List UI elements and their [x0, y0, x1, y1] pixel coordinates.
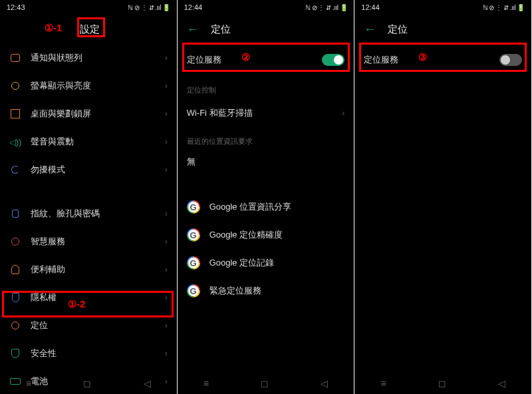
row-wifi-bt-scan[interactable]: Wi-Fi 和藍牙掃描 ›: [178, 99, 354, 127]
row-sound[interactable]: ◁)) 聲音與震動 ›: [0, 128, 177, 156]
row-notifications[interactable]: 通知與狀態列 ›: [0, 44, 177, 72]
back-arrow-icon[interactable]: ←: [187, 23, 199, 37]
status-bar: 12:44 ℕ ⊘ ⋮ ⇵ .ııl 🔋: [354, 0, 531, 15]
row-label: Google 定位記錄: [209, 257, 345, 269]
shield-icon: [9, 292, 21, 303]
google-icon: [187, 200, 200, 214]
page-title: 定位: [211, 23, 231, 36]
chevron-right-icon: ›: [165, 265, 168, 274]
chevron-right-icon: ›: [165, 209, 168, 218]
section-recent-requests: 最近的位置資訊要求: [178, 127, 354, 150]
chevron-right-icon: ›: [165, 349, 168, 358]
status-time: 12:44: [184, 3, 203, 11]
row-label: 隱私權: [31, 292, 156, 303]
back-button[interactable]: ◁: [498, 378, 505, 389]
row-google-history[interactable]: Google 定位記錄: [178, 249, 354, 277]
row-label: 定位服務: [187, 54, 313, 66]
row-label: Google 定位精確度: [209, 229, 345, 241]
row-dnd[interactable]: 勿擾模式 ›: [0, 156, 177, 184]
row-google-location-share[interactable]: Google 位置資訊分享: [178, 193, 354, 221]
android-navbar: ≡ ◻ ◁: [354, 373, 531, 394]
row-google-accuracy[interactable]: Google 定位精確度: [178, 221, 354, 249]
status-time: 12:44: [361, 3, 380, 11]
row-label: 指紋、臉孔與密碼: [31, 208, 156, 220]
row-label: 勿擾模式: [31, 164, 156, 176]
phone-location-on: 12:44 ℕ ⊘ ⋮ ⇵ .ııl 🔋 ← 定位 定位服務 定位控制 Wi-F…: [178, 0, 355, 394]
row-label: Wi-Fi 和藍牙掃描: [187, 107, 333, 119]
home-button[interactable]: ◻: [438, 378, 446, 389]
moon-icon: [9, 164, 21, 176]
back-button[interactable]: ◁: [144, 378, 151, 389]
assist-icon: [9, 264, 21, 276]
location-toggle-off[interactable]: [499, 54, 522, 66]
row-label: 緊急定位服務: [209, 285, 345, 297]
chevron-right-icon: ›: [165, 53, 168, 63]
status-indicators: ℕ ⊘ ⋮ ⇵ .ııl 🔋: [305, 4, 347, 11]
status-time: 12:43: [7, 3, 25, 11]
chevron-right-icon: ›: [165, 165, 168, 174]
status-bar: 12:43 ℕ ⊘ ⋮ ⇵ .ııl 🔋: [0, 0, 177, 15]
location-toggle-on[interactable]: [322, 54, 344, 66]
row-location-service[interactable]: 定位服務: [178, 44, 354, 76]
row-label: 定位服務: [364, 54, 490, 66]
row-location[interactable]: 定位 ›: [0, 311, 177, 339]
chevron-right-icon: ›: [342, 108, 344, 118]
home-icon: [9, 108, 21, 120]
settings-list: 通知與狀態列 › 螢幕顯示與亮度 › 桌面與樂劃鎖屏 › ◁)) 聲音與震動 ›…: [0, 44, 177, 394]
location-pin-icon: [9, 319, 21, 331]
phone-location-off: 12:44 ℕ ⊘ ⋮ ⇵ .ııl 🔋 ← 定位 定位服務 ≡ ◻ ◁ ③: [354, 0, 532, 394]
row-label: 桌面與樂劃鎖屏: [31, 108, 156, 120]
lock-icon: [9, 208, 21, 220]
page-title: 定位: [388, 23, 408, 36]
recents-button[interactable]: ≡: [203, 378, 209, 389]
recents-button[interactable]: ≡: [26, 378, 31, 389]
page-title: 設定: [80, 23, 100, 36]
row-location-service[interactable]: 定位服務: [354, 44, 531, 76]
smart-icon: [9, 236, 21, 248]
row-home-lock[interactable]: 桌面與樂劃鎖屏 ›: [0, 100, 177, 128]
chevron-right-icon: ›: [165, 137, 168, 146]
row-emergency-location[interactable]: 緊急定位服務: [178, 277, 354, 305]
back-button[interactable]: ◁: [321, 378, 328, 389]
sound-icon: ◁)): [9, 136, 21, 148]
row-security[interactable]: 安全性 ›: [0, 339, 177, 367]
recent-requests-value: 無: [178, 150, 354, 177]
chevron-right-icon: ›: [165, 81, 168, 91]
row-label: 通知與狀態列: [31, 52, 156, 64]
status-indicators: ℕ ⊘ ⋮ ⇵ .ııl 🔋: [483, 4, 525, 11]
row-privacy[interactable]: 隱私權 ›: [0, 284, 177, 311]
row-label: 定位: [31, 319, 156, 331]
section-location-control: 定位控制: [178, 76, 354, 99]
phone-settings: 12:43 ℕ ⊘ ⋮ ⇵ .ııl 🔋 設定 通知與狀態列 › 螢幕顯示與亮度…: [0, 0, 178, 394]
home-button[interactable]: ◻: [83, 378, 91, 389]
brightness-icon: [9, 80, 21, 92]
header: ← 定位: [178, 15, 354, 44]
chevron-right-icon: ›: [165, 321, 168, 330]
google-icon: [187, 284, 200, 297]
row-label: 螢幕顯示與亮度: [31, 80, 156, 92]
security-icon: [9, 347, 21, 359]
back-arrow-icon[interactable]: ←: [364, 23, 376, 37]
status-indicators: ℕ ⊘ ⋮ ⇵ .ııl 🔋: [128, 4, 170, 11]
row-label: Google 位置資訊分享: [209, 201, 345, 213]
home-button[interactable]: ◻: [261, 378, 269, 389]
recents-button[interactable]: ≡: [380, 378, 386, 389]
header: ← 定位: [354, 15, 531, 44]
google-icon: [187, 228, 200, 242]
android-navbar: ≡ ◻ ◁: [178, 373, 354, 394]
chevron-right-icon: ›: [165, 293, 168, 302]
row-assist[interactable]: 便利輔助 ›: [0, 256, 177, 284]
chevron-right-icon: ›: [165, 109, 168, 118]
android-navbar: ≡ ◻ ◁: [0, 373, 177, 394]
row-smart[interactable]: 智慧服務 ›: [0, 228, 177, 256]
status-bar: 12:44 ℕ ⊘ ⋮ ⇵ .ııl 🔋: [178, 0, 354, 15]
row-label: 便利輔助: [31, 264, 156, 276]
row-biometrics[interactable]: 指紋、臉孔與密碼 ›: [0, 200, 177, 228]
google-icon: [187, 256, 200, 270]
header: 設定: [0, 15, 177, 44]
row-label: 聲音與震動: [31, 136, 156, 148]
row-label: 安全性: [31, 347, 156, 359]
row-display[interactable]: 螢幕顯示與亮度 ›: [0, 72, 177, 100]
bell-icon: [9, 52, 21, 64]
row-label: 智慧服務: [31, 236, 156, 248]
